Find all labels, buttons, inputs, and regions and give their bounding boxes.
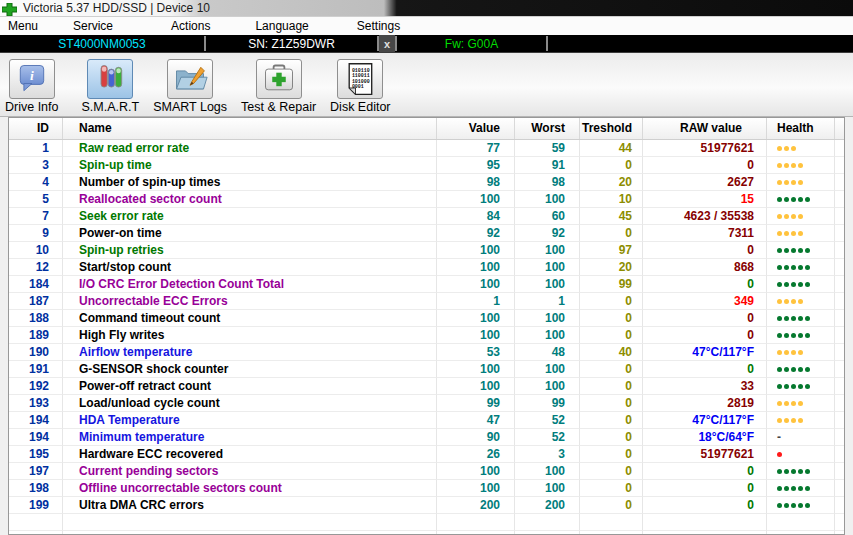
column-header-raw[interactable]: RAW value: [643, 118, 767, 139]
smart-attribute-row[interactable]: 197Current pending sectors10010000: [9, 463, 844, 480]
smart-attribute-row[interactable]: 198Offline uncorrectable sectors count10…: [9, 480, 844, 497]
smart-attribute-row[interactable]: 199Ultra DMA CRC errors20020000: [9, 497, 844, 514]
cell-health: [767, 242, 835, 259]
cell-treshold: 0: [580, 463, 643, 480]
menubar: MenuServiceActionsLanguageSettings: [0, 17, 853, 35]
cell-filler: [835, 225, 844, 242]
health-dot: [777, 333, 782, 338]
smart-attribute-row[interactable]: 184I/O CRC Error Detection Count Total10…: [9, 276, 844, 293]
health-dot: [784, 384, 789, 389]
smart-attribute-row[interactable]: 10Spin-up retries100100970: [9, 242, 844, 259]
smart-attribute-row[interactable]: 187Uncorrectable ECC Errors110349: [9, 293, 844, 310]
health-dot: [777, 282, 782, 287]
cell-id: 9: [9, 225, 63, 242]
smart-attribute-row[interactable]: 1Raw read error rate77594451977621: [9, 140, 844, 157]
cell-value: 100: [437, 327, 515, 344]
device-serial: SN: Z1Z59DWR: [206, 35, 377, 52]
cell-raw: 18°C/64°F: [643, 429, 767, 446]
smart-attribute-row[interactable]: 7Seek error rate8460454623 / 35538: [9, 208, 844, 225]
column-header-name[interactable]: Name: [63, 118, 437, 139]
health-dot: [798, 486, 803, 491]
smart-attribute-row[interactable]: 194Minimum temperature9052018°C/64°F-: [9, 429, 844, 446]
smart-attribute-row[interactable]: 3Spin-up time959100: [9, 157, 844, 174]
column-header-value[interactable]: Value: [437, 118, 515, 139]
cell-value: 100: [437, 191, 515, 208]
cell-treshold: 99: [580, 276, 643, 293]
cell-value: 53: [437, 344, 515, 361]
empty-row: [9, 531, 844, 535]
cell-treshold: 0: [580, 446, 643, 463]
column-header-treshold[interactable]: Treshold: [580, 118, 643, 139]
column-header-id[interactable]: ID: [9, 118, 63, 139]
health-dot: [784, 146, 789, 151]
cell-health: [767, 344, 835, 361]
empty-cell: [515, 531, 580, 535]
smart-attribute-row[interactable]: 5Reallocated sector count1001001015: [9, 191, 844, 208]
menu-item-service[interactable]: Service: [73, 17, 113, 35]
smart-attribute-row[interactable]: 189High Fly writes10010000: [9, 327, 844, 344]
menu-item-actions[interactable]: Actions: [171, 17, 210, 35]
cell-raw: 7311: [643, 225, 767, 242]
cell-raw: 47°C/117°F: [643, 412, 767, 429]
cell-id: 12: [9, 259, 63, 276]
toolbar-button-s-m-a-r-t[interactable]: S.M.A.R.T: [82, 59, 140, 114]
toolbar-button-smart-logs[interactable]: SMART Logs: [153, 59, 227, 114]
health-dot: [777, 367, 782, 372]
menu-item-settings[interactable]: Settings: [357, 17, 400, 35]
cell-value: 200: [437, 497, 515, 514]
drive-info-icon: i: [9, 59, 55, 99]
health-dot: [798, 418, 803, 423]
cell-worst: 100: [515, 276, 580, 293]
health-dot: [798, 282, 803, 287]
smart-attribute-row[interactable]: 12Start/stop count10010020868: [9, 259, 844, 276]
cell-raw: 51977621: [643, 446, 767, 463]
cell-treshold: 0: [580, 412, 643, 429]
cell-filler: [835, 344, 844, 361]
toolbar-button-disk-editor[interactable]: 0101101100111010000001Disk Editor: [330, 59, 390, 114]
cell-treshold: 44: [580, 140, 643, 157]
smart-attribute-row[interactable]: 195Hardware ECC recovered263051977621: [9, 446, 844, 463]
smart-attribute-row[interactable]: 193Load/unload cycle count999902819: [9, 395, 844, 412]
column-header-health[interactable]: Health: [767, 118, 835, 139]
cell-filler: [835, 259, 844, 276]
cell-health: [767, 208, 835, 225]
smart-attribute-row[interactable]: 4Number of spin-up times9898202627: [9, 174, 844, 191]
smart-attribute-row[interactable]: 191G-SENSOR shock counter10010000: [9, 361, 844, 378]
health-dot: [791, 282, 796, 287]
column-header-worst[interactable]: Worst: [515, 118, 580, 139]
cell-treshold: 20: [580, 174, 643, 191]
menu-item-menu[interactable]: Menu: [8, 17, 38, 35]
cell-worst: 91: [515, 157, 580, 174]
cell-worst: 100: [515, 327, 580, 344]
health-dot: [777, 299, 782, 304]
cell-worst: 100: [515, 259, 580, 276]
toolbar-button-label: Disk Editor: [330, 100, 390, 114]
cell-treshold: 0: [580, 395, 643, 412]
smart-attribute-row[interactable]: 9Power-on time929207311: [9, 225, 844, 242]
empty-row: [9, 514, 844, 531]
cell-filler: [835, 140, 844, 157]
titlebar: Victoria 5.37 HDD/SSD | Device 10: [0, 0, 853, 17]
cell-name: Uncorrectable ECC Errors: [63, 293, 437, 310]
device-close-button[interactable]: x: [379, 35, 395, 52]
smart-attribute-row[interactable]: 194HDA Temperature4752047°C/117°F: [9, 412, 844, 429]
empty-cell: [515, 514, 580, 531]
health-dot: [784, 214, 789, 219]
cell-value: 77: [437, 140, 515, 157]
toolbar-button-drive-info[interactable]: iDrive Info: [5, 59, 59, 114]
smart-attribute-row[interactable]: 190Airflow temperature53484047°C/117°F: [9, 344, 844, 361]
cell-id: 5: [9, 191, 63, 208]
smart-attribute-row[interactable]: 192Power-off retract count100100033: [9, 378, 844, 395]
cell-raw: 349: [643, 293, 767, 310]
health-dot: [798, 163, 803, 168]
health-dot: [805, 486, 810, 491]
toolbar-button-test-repair[interactable]: Test & Repair: [241, 59, 316, 114]
health-dot: [784, 350, 789, 355]
smart-attribute-row[interactable]: 188Command timeout count10010000: [9, 310, 844, 327]
smart-icon: [87, 59, 133, 99]
menu-item-language[interactable]: Language: [255, 17, 308, 35]
cell-health: [767, 327, 835, 344]
cell-raw: 33: [643, 378, 767, 395]
cell-treshold: 0: [580, 361, 643, 378]
cell-name: Offline uncorrectable sectors count: [63, 480, 437, 497]
